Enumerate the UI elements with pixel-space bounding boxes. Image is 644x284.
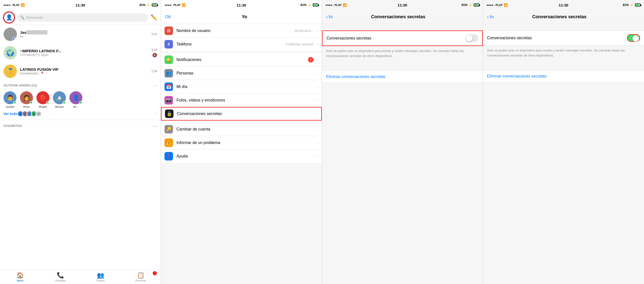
back-button-4[interactable]: ‹ Yo bbox=[487, 14, 494, 20]
myday-icon: 📅 bbox=[164, 82, 173, 91]
settings-item-username[interactable]: @ Nombre de usuario ...@username... › bbox=[161, 24, 322, 38]
battery-pct-4: 81% bbox=[623, 3, 629, 7]
secret-toggle-label-on: Conversaciones secretas bbox=[487, 36, 532, 40]
mute-icon-imperio: 🔇 bbox=[152, 53, 157, 58]
person-icon: 👤 bbox=[6, 14, 12, 21]
charging-icon-3: ⚡ bbox=[468, 3, 472, 7]
chat-item-latinos[interactable]: 🏅 LATINOS FUSION VIP Kinodertoten: 📍 2:5… bbox=[0, 62, 161, 80]
back-chevron-icon-4: ‹ bbox=[487, 14, 489, 20]
chat-item-imperio[interactable]: 🌍 ~IMPERIO LATINOS F... LTFnoemi(^^): uj… bbox=[0, 44, 161, 62]
active-user-alessio[interactable]: 🏔️ Alessio bbox=[53, 91, 66, 108]
chat-meta-latinos: 2:58 bbox=[152, 70, 157, 73]
back-button-3[interactable]: ‹ Yo bbox=[326, 14, 333, 20]
active-user-an[interactable]: 👤 An... bbox=[70, 91, 82, 108]
tab-grupos[interactable]: 👥 Grupos bbox=[80, 272, 120, 282]
divider-1 bbox=[0, 120, 161, 120]
battery-pct-2: 81% bbox=[300, 3, 306, 7]
profile-avatar-button[interactable]: 👤 bbox=[4, 12, 14, 23]
people-settings-icon: 👥 bbox=[164, 69, 173, 77]
active-name-wojtek: Wojtek bbox=[39, 105, 47, 108]
chat-time-imperio: 8:59 bbox=[152, 48, 157, 52]
photos-label: Fotos, vídeos y emoticonos bbox=[176, 98, 314, 102]
username-label: Nombre de usuario bbox=[176, 29, 288, 33]
myday-chevron-icon: › bbox=[317, 84, 318, 89]
username-value: ...@username... bbox=[292, 29, 314, 33]
secret-action-on[interactable]: Eliminar conversaciones secretas bbox=[483, 70, 644, 82]
active-name-an: An... bbox=[73, 105, 79, 108]
battery-icon-4 bbox=[635, 4, 640, 7]
secret-action-off[interactable]: Eliminar conversaciones secretas bbox=[322, 71, 483, 83]
back-label-3: Yo bbox=[328, 15, 333, 19]
secret-toggle-switch-off[interactable] bbox=[465, 35, 478, 42]
chat-preview-imperio: LTFnoemi(^^): ujum bbox=[20, 53, 148, 57]
active-now-header: ACTIVOS AHORA (21) ··· bbox=[0, 80, 161, 90]
active-user-rosa[interactable]: 👩 Rosa bbox=[20, 91, 33, 108]
search-bar[interactable]: 🔍 Búsqueda bbox=[17, 13, 148, 22]
settings-item-secret-chats[interactable]: 🔒 Conversaciones secretas › bbox=[161, 107, 322, 120]
secret-desc-off: Solo se podrá usar un dispositivo para e… bbox=[322, 46, 483, 61]
chat-info-imperio: ~IMPERIO LATINOS F... LTFnoemi(^^): ujum bbox=[20, 49, 148, 57]
charging-icon-1: ⚡ bbox=[146, 3, 150, 7]
back-chevron-icon-3: ‹ bbox=[326, 14, 328, 20]
favorites-more[interactable]: ··· bbox=[153, 123, 157, 129]
username-chevron-icon: › bbox=[317, 29, 318, 33]
notifications-chevron-icon: › bbox=[317, 58, 318, 62]
battery-icon-3 bbox=[474, 4, 479, 7]
carrier-signal-3: ●●●●○ PLAY 📶 bbox=[326, 3, 347, 7]
chat-avatar-jas: 💬 bbox=[4, 28, 17, 41]
active-now-more[interactable]: ··· bbox=[153, 82, 157, 88]
settings-item-switch-account[interactable]: 🔑 Cambiar de cuenta › bbox=[161, 122, 322, 136]
charging-icon-2: ⚡ bbox=[308, 3, 311, 7]
favorites-title: FAVORITOS bbox=[4, 124, 22, 128]
settings-item-myday[interactable]: 📅 Mi día › bbox=[161, 80, 322, 93]
settings-item-photos[interactable]: 📷 Fotos, vídeos y emoticonos › bbox=[161, 93, 322, 107]
people-chevron-icon: › bbox=[317, 71, 318, 75]
settings-item-notifications[interactable]: 🔔 Notificaciones ! › bbox=[161, 53, 322, 67]
charging-icon-4: ⚡ bbox=[630, 3, 634, 7]
chat-item-jas[interactable]: 💬 Jas████████ Hi 9:41 bbox=[0, 25, 161, 44]
secret-toggle-row-off: Conversaciones secretas bbox=[322, 31, 483, 46]
secret-off-header: ‹ Yo Conversaciones secretas bbox=[322, 10, 483, 24]
tab-inicio[interactable]: 🏠 Inicio bbox=[0, 272, 40, 282]
settings-section-other: 🔑 Cambiar de cuenta › ⚠️ Informar de un … bbox=[161, 122, 322, 163]
signal-3: ●●●●○ PLAY bbox=[326, 4, 342, 7]
settings-section-prefs: 🔔 Notificaciones ! › 👥 Personas › 📅 bbox=[161, 53, 322, 120]
active-avatar-an: 👤 bbox=[70, 91, 82, 104]
ok-button[interactable]: OK bbox=[165, 15, 171, 20]
secret-action-text-off: Eliminar conversaciones secretas bbox=[326, 74, 386, 79]
back-label-4: Yo bbox=[489, 15, 494, 19]
compose-button[interactable]: ✏️ bbox=[150, 14, 157, 21]
active-now-row: 👨 Joseph 👩 Rosa 🔴 Wojtek bbox=[0, 90, 161, 111]
time-4: 11:30 bbox=[559, 3, 568, 7]
settings-item-people[interactable]: 👥 Personas › bbox=[161, 67, 322, 80]
myday-label: Mi día bbox=[176, 84, 314, 89]
help-icon: ❓ bbox=[164, 152, 173, 161]
see-all-link[interactable]: Ver todo bbox=[4, 112, 18, 116]
battery-area-4: 81% ⚡ bbox=[623, 3, 640, 7]
settings-item-help[interactable]: ❓ Ayuda › bbox=[161, 150, 322, 163]
settings-list: @ Nombre de usuario ...@username... › # … bbox=[161, 24, 322, 284]
status-bar-1: ●●●●○ PLAY 📶 11:30 81% ⚡ bbox=[0, 0, 161, 10]
secret-on-title: Conversaciones secretas bbox=[494, 14, 625, 20]
chat-info-jas: Jas████████ Hi bbox=[20, 30, 148, 38]
home-icon: 🏠 bbox=[16, 272, 24, 279]
tab-llamadas[interactable]: 📞 Llamadas bbox=[40, 272, 80, 282]
active-dot-joseph bbox=[13, 101, 16, 104]
secret-action-text-on: Eliminar conversaciones secretas bbox=[487, 74, 546, 78]
battery-area-3: 81% ⚡ bbox=[462, 3, 479, 7]
tab-label-personas: Personas bbox=[135, 279, 146, 282]
active-user-wojtek[interactable]: 🔴 Wojtek bbox=[36, 91, 50, 108]
favorites-header: FAVORITOS ··· bbox=[0, 121, 161, 130]
battery-area-1: 81% ⚡ bbox=[140, 3, 157, 7]
secret-toggle-switch-on[interactable] bbox=[627, 34, 640, 42]
settings-item-report[interactable]: ⚠️ Informar de un problema › bbox=[161, 136, 322, 150]
active-user-joseph[interactable]: 👨 Joseph bbox=[4, 91, 16, 108]
people-label: Personas bbox=[176, 71, 314, 75]
active-name-alessio: Alessio bbox=[55, 105, 64, 108]
tab-personas[interactable]: 📋 Personas 1 bbox=[120, 272, 161, 282]
lock-icon: 🔒 bbox=[165, 109, 174, 118]
secret-on-header: ‹ Yo Conversaciones secretas bbox=[483, 10, 644, 24]
at-icon: @ bbox=[164, 27, 173, 35]
settings-item-phone[interactable]: # Teléfono Confirmar número › bbox=[161, 38, 322, 51]
notification-badge: ! bbox=[308, 57, 314, 63]
